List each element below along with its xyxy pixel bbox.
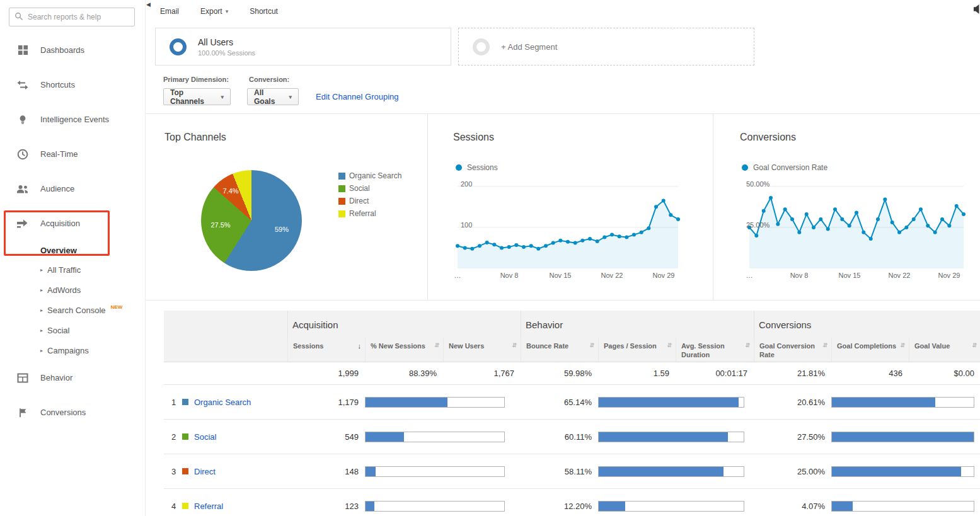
email-button[interactable]: Email xyxy=(160,7,179,16)
add-segment-button[interactable]: + Add Segment xyxy=(458,28,754,66)
primary-dimension-value: Top Channels xyxy=(170,88,214,106)
channel-color-swatch-icon xyxy=(182,468,188,474)
panel-title: Sessions xyxy=(453,132,494,143)
speaker-icon[interactable] xyxy=(974,4,980,16)
segment-all-users[interactable]: All Users 100.00% Sessions xyxy=(155,28,451,66)
column-header-sessions[interactable]: Sessions↓ xyxy=(287,338,365,362)
sidebar-subitem-adwords[interactable]: ▸AdWords xyxy=(0,280,145,300)
x-axis-label: Nov 22 xyxy=(599,272,625,279)
caret-down-icon: ▾ xyxy=(221,94,224,100)
legend-label: Sessions xyxy=(467,163,498,172)
sessions-value: 148 xyxy=(287,454,365,488)
search-icon xyxy=(14,12,23,23)
sessions-value: 123 xyxy=(287,489,365,516)
sidebar-item-label: Acquisition xyxy=(40,219,80,228)
sidebar-item-behavior[interactable]: Behavior xyxy=(0,360,145,395)
sort-toggle-icon: ⇵ xyxy=(900,342,905,362)
total-value: 1,999 xyxy=(287,362,365,384)
legend-item: Organic Search xyxy=(338,169,401,182)
x-axis-label: … xyxy=(445,272,470,279)
sidebar-item-intelligence-events[interactable]: Intelligence Events xyxy=(0,102,145,137)
column-header-avg-session-duration[interactable]: Avg. Session Duration⇵ xyxy=(676,338,754,362)
x-axis-label: Nov 29 xyxy=(937,272,962,279)
top-channels-panel: Top Channels 59%27.5%7.4% Organic Search… xyxy=(146,114,428,300)
row-rank: 1 xyxy=(171,398,176,407)
column-header-new-users[interactable]: New Users⇵ xyxy=(443,338,521,362)
total-value: 59.98% xyxy=(521,362,598,384)
chevron-right-icon: ▸ xyxy=(40,307,43,313)
column-header-pages-session[interactable]: Pages / Session⇵ xyxy=(598,338,676,362)
table-column-header-row: Sessions↓% New Sessions⇵New Users⇵Bounce… xyxy=(164,338,980,362)
sort-toggle-icon: ⇵ xyxy=(434,342,439,362)
primary-dimension-dropdown[interactable]: Top Channels ▾ xyxy=(163,88,231,105)
conversions-panel: Conversions Goal Conversion Rate 25.00%5… xyxy=(713,114,980,300)
primary-dimension-label: Primary Dimension: xyxy=(163,76,247,83)
sessions-value: 1,179 xyxy=(287,385,365,419)
new-badge: NEW xyxy=(111,304,123,310)
sidebar-subitem-all-traffic[interactable]: ▸All Traffic xyxy=(0,260,145,280)
sidebar-subitem-overview[interactable]: Overview xyxy=(0,241,145,260)
column-header-goal-completions[interactable]: Goal Completions⇵ xyxy=(831,338,909,362)
sidebar-item-label: Dashboards xyxy=(40,45,84,55)
x-axis-label: Nov 15 xyxy=(837,272,862,279)
table-totals-row: 1,99988.39%1,76759.98%1.5900:01:1721.81%… xyxy=(164,362,980,385)
sidebar-item-acquisition[interactable]: Acquisition xyxy=(0,206,145,241)
goal-conversion-bar xyxy=(831,432,974,442)
sidebar-item-conversions[interactable]: Conversions xyxy=(0,395,145,430)
sessions-legend: Sessions xyxy=(456,163,498,172)
sessions-share-bar xyxy=(365,466,505,477)
sidebar-item-shortcuts[interactable]: Shortcuts xyxy=(0,67,145,102)
sidebar-collapse-icon[interactable]: ◀ xyxy=(146,1,151,8)
total-value: 436 xyxy=(831,362,909,384)
column-header-goal-value[interactable]: Goal Value⇵ xyxy=(909,338,980,362)
legend-item: Referral xyxy=(338,207,401,220)
column-header-goal-conversion-rate[interactable]: Goal Conversion Rate⇵ xyxy=(754,338,831,362)
goal-conversion-rate-value: 25.00% xyxy=(754,454,831,488)
channel-color-swatch-icon xyxy=(182,399,188,405)
conversion-goals-dropdown[interactable]: All Goals ▾ xyxy=(247,88,299,105)
sort-toggle-icon: ⇵ xyxy=(972,342,977,362)
column-header-bounce-rate[interactable]: Bounce Rate⇵ xyxy=(521,338,598,362)
legend-item: Social xyxy=(338,182,401,195)
sidebar-subitem-label: Search Console xyxy=(47,306,106,315)
sidebar-subitem-campaigns[interactable]: ▸Campaigns xyxy=(0,340,145,360)
channel-link[interactable]: Organic Search xyxy=(194,398,251,407)
sidebar-item-real-time[interactable]: Real-Time xyxy=(0,137,145,171)
goal-conversion-bar xyxy=(831,501,974,512)
x-axis-label: Nov 29 xyxy=(651,272,676,279)
export-button[interactable]: Export ▾ xyxy=(200,7,228,16)
sort-toggle-icon: ⇵ xyxy=(745,342,750,362)
sidebar-subitem-social[interactable]: ▸Social xyxy=(0,320,145,340)
channel-link[interactable]: Social xyxy=(194,432,216,442)
shortcut-button[interactable]: Shortcut xyxy=(250,7,278,16)
sort-toggle-icon: ⇵ xyxy=(822,342,827,362)
main-content: ◀ Email Export ▾ Shortcut All Users 100.… xyxy=(145,0,980,516)
bounce-rate-value: 60.11% xyxy=(521,420,598,454)
total-value: $0.00 xyxy=(909,362,980,384)
conversion-value: All Goals xyxy=(254,88,282,106)
bounce-rate-value: 65.14% xyxy=(521,385,598,419)
y-axis-label: 50.00% xyxy=(746,180,770,188)
channel-link[interactable]: Direct xyxy=(194,467,216,476)
sidebar-item-dashboards[interactable]: Dashboards xyxy=(0,33,145,67)
sessions-line-chart[interactable] xyxy=(458,180,678,268)
sidebar-item-audience[interactable]: Audience xyxy=(0,171,145,206)
top-channels-pie-chart[interactable]: 59%27.5%7.4% xyxy=(201,170,302,271)
row-rank: 2 xyxy=(171,432,176,442)
y-axis-label: 100 xyxy=(461,221,472,229)
sidebar-subitem-search-console[interactable]: ▸Search ConsoleNEW xyxy=(0,300,145,320)
column-header--new-sessions[interactable]: % New Sessions⇵ xyxy=(365,338,443,362)
report-search-box[interactable] xyxy=(9,8,135,26)
x-axis-label: Nov 8 xyxy=(497,272,522,279)
channel-link[interactable]: Referral xyxy=(194,502,223,511)
bounce-rate-bar xyxy=(598,397,744,408)
search-input[interactable] xyxy=(28,13,129,21)
conversions-line-chart[interactable] xyxy=(749,180,964,268)
goal-conversion-rate-value: 20.61% xyxy=(754,385,831,419)
segment-subtitle: 100.00% Sessions xyxy=(198,49,255,57)
edit-channel-grouping-link[interactable]: Edit Channel Grouping xyxy=(316,92,399,101)
grid-icon xyxy=(16,44,29,57)
sessions-share-bar xyxy=(365,397,505,408)
y-axis-label: 25.00% xyxy=(746,221,770,229)
table-row: 1Organic Search1,17965.14%20.61% xyxy=(164,385,980,420)
